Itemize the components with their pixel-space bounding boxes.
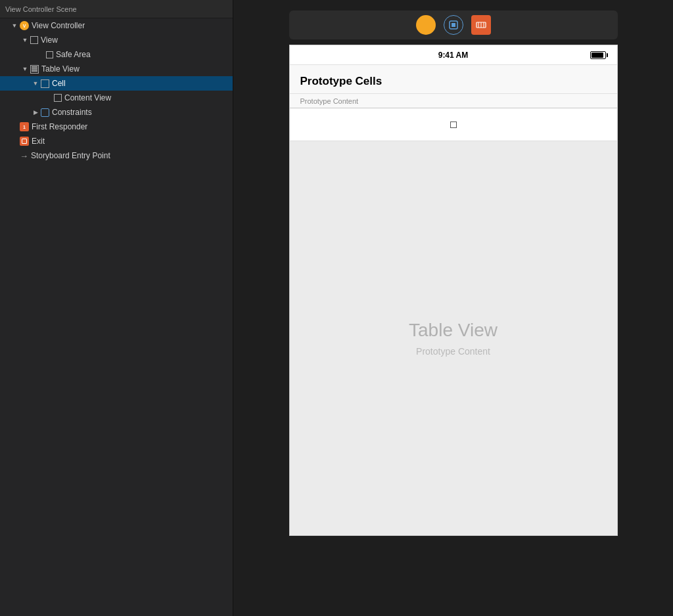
prototype-cells-header: Prototype Content bbox=[290, 94, 617, 108]
toolbar-yellow-button[interactable] bbox=[416, 15, 436, 35]
vc-icon: V bbox=[20, 21, 29, 30]
toolbar-orange-button[interactable] bbox=[471, 15, 491, 35]
cell-resize-handle[interactable] bbox=[450, 121, 457, 128]
first-responder-label: First Responder bbox=[32, 122, 87, 131]
view-icon bbox=[30, 36, 38, 44]
device-table-body: Table View Prototype Content bbox=[290, 141, 617, 535]
triangle-constraints: ▶ bbox=[32, 109, 39, 116]
scene-label: View Controller Scene bbox=[5, 5, 77, 13]
battery-icon bbox=[590, 51, 606, 59]
device-status-bar: 9:41 AM bbox=[290, 45, 617, 65]
cell-label: Cell bbox=[52, 79, 66, 88]
safe-area-label: Safe Area bbox=[56, 50, 91, 59]
table-view-icon bbox=[30, 65, 39, 74]
device-cell-row[interactable] bbox=[290, 108, 617, 141]
sidebar-item-table-view[interactable]: ▼ Table View bbox=[0, 62, 233, 76]
triangle-cell: ▼ bbox=[32, 80, 39, 87]
sidebar-item-safe-area[interactable]: Safe Area bbox=[0, 47, 233, 62]
sidebar-item-view-controller[interactable]: ▼ V View Controller bbox=[0, 18, 233, 33]
canvas-toolbar bbox=[289, 11, 618, 39]
main-canvas: → 9:41 AM Prototype Cells Prototype Cont… bbox=[233, 0, 673, 616]
sidebar-item-cell[interactable]: ▼ Cell bbox=[0, 76, 233, 91]
constraints-icon bbox=[41, 108, 49, 117]
sidebar-item-storyboard-entry[interactable]: → Storyboard Entry Point bbox=[0, 148, 233, 163]
view-label: View bbox=[41, 35, 58, 45]
exit-label: Exit bbox=[32, 137, 45, 146]
table-view-placeholder-sub: Prototype Content bbox=[416, 346, 490, 357]
nav-bar-title: Prototype Cells bbox=[300, 75, 383, 88]
constraints-label: Constraints bbox=[52, 108, 92, 117]
sidebar-item-view[interactable]: ▼ View bbox=[0, 33, 233, 47]
cell-icon bbox=[41, 79, 49, 88]
sidebar-item-exit[interactable]: Exit bbox=[0, 134, 233, 148]
table-view-label: Table View bbox=[41, 64, 80, 74]
sidebar-item-constraints[interactable]: ▶ Constraints bbox=[0, 105, 233, 120]
toolbar-blue-button[interactable] bbox=[444, 15, 463, 35]
first-responder-icon: 1 bbox=[20, 122, 29, 131]
prototype-header-text: Prototype Content bbox=[300, 97, 359, 105]
device-nav-bar: Prototype Cells bbox=[290, 65, 617, 94]
sidebar-item-content-view[interactable]: Content View bbox=[0, 91, 233, 105]
safe-area-icon bbox=[46, 51, 53, 58]
content-view-label: Content View bbox=[64, 93, 111, 102]
exit-icon bbox=[20, 137, 29, 146]
triangle-view: ▼ bbox=[21, 37, 29, 43]
status-time: 9:41 AM bbox=[402, 51, 504, 60]
table-view-placeholder-title: Table View bbox=[409, 320, 498, 341]
arrow-icon: → bbox=[20, 151, 28, 161]
content-view-icon bbox=[54, 94, 62, 102]
scene-header: View Controller Scene bbox=[0, 0, 233, 18]
sidebar: View Controller Scene ▼ V View Controlle… bbox=[0, 0, 233, 616]
svg-rect-1 bbox=[452, 23, 455, 27]
sidebar-item-first-responder[interactable]: 1 First Responder bbox=[0, 120, 233, 134]
vc-label: View Controller bbox=[32, 21, 85, 30]
storyboard-entry-label: Storyboard Entry Point bbox=[31, 151, 110, 160]
device-mockup: 9:41 AM Prototype Cells Prototype Conten… bbox=[289, 45, 618, 536]
battery-fill bbox=[592, 53, 603, 58]
triangle-tableview: ▼ bbox=[21, 66, 29, 72]
triangle-vc: ▼ bbox=[11, 22, 18, 29]
